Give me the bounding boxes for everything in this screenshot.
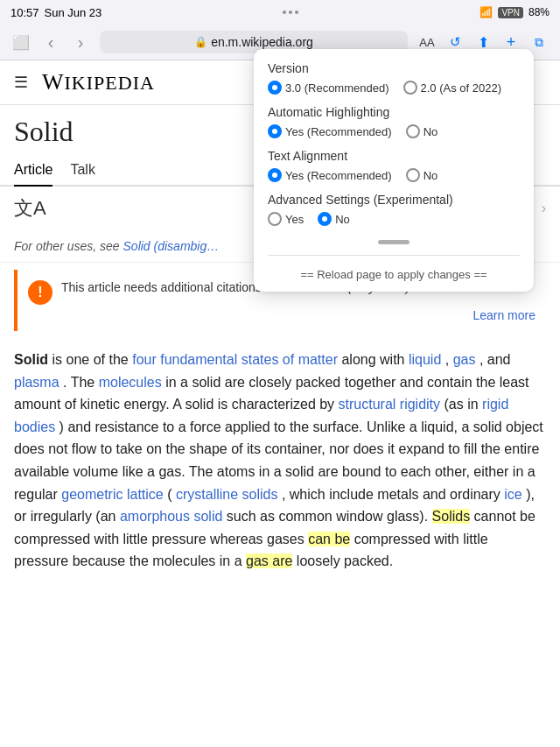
wifi-icon: 📶 (480, 6, 493, 18)
disambig-link[interactable]: Solid (disambig… (123, 239, 220, 253)
date: Sun Jun 23 (45, 6, 102, 19)
lock-icon: 🔒 (194, 36, 207, 48)
forward-button[interactable]: › (68, 30, 93, 54)
three-dots (277, 4, 304, 21)
logo-text: WIKIPEDIA (42, 69, 155, 95)
popup-advanced-section: Advanced Settings (Experimental) Yes No (268, 193, 520, 226)
textalign-no-label: No (424, 169, 438, 182)
advanced-yes-option[interactable]: Yes (268, 212, 304, 226)
popup-version-section: Version 3.0 (Recommended) 2.0 (As of 202… (268, 61, 520, 95)
para1-paren1: ( (167, 487, 172, 502)
popup-advanced-options: Yes No (268, 212, 520, 226)
link-geometric-lattice[interactable]: geometric lattice (61, 487, 164, 502)
battery: 88% (528, 6, 550, 18)
radio-20-empty (403, 81, 417, 95)
wikipedia-logo: WIKIPEDIA (42, 69, 155, 95)
url-text: en.m.wikipedia.org (211, 35, 313, 49)
browser-controls: ⬜ ‹ › (9, 30, 93, 54)
popup-autohighlight-options: Yes (Recommended) No (268, 124, 520, 138)
link-plasma[interactable]: plasma (14, 375, 60, 390)
square-icon[interactable]: ⬜ (9, 30, 33, 54)
vpn-badge: VPN (498, 7, 523, 18)
para1-asin: (as in (444, 397, 483, 412)
autohighlight-no-label: No (424, 125, 438, 138)
para1-along: along with (341, 352, 409, 367)
scroll-dot (378, 240, 410, 244)
tab-talk[interactable]: Talk (70, 155, 94, 185)
textalign-yes-option[interactable]: Yes (Recommended) (268, 168, 392, 182)
highlight-canbe: can be (308, 532, 350, 546)
radio-adv-yes (268, 212, 282, 226)
tab-article[interactable]: Article (14, 155, 52, 185)
status-bar: 10:57 Sun Jun 23 📶 VPN 88% (0, 0, 560, 25)
para1-comma2: , and (480, 352, 511, 367)
radio-30-filled (268, 81, 282, 95)
para1-the: . The (63, 375, 99, 390)
warning-icon: ! (28, 280, 52, 305)
autohighlight-yes-label: Yes (Recommended) (285, 125, 392, 138)
highlight-gasare: gas are (246, 553, 292, 568)
radio-ta-yes (268, 168, 282, 182)
disambig-prefix: For other uses, see (14, 239, 123, 253)
popup-autohighlight-section: Automatic Highlighting Yes (Recommended)… (268, 105, 520, 138)
radio-ahl-yes (268, 124, 282, 138)
advanced-no-label: No (335, 213, 350, 226)
para1-pre: is one of the (52, 352, 133, 367)
link-molecules[interactable]: molecules (99, 375, 162, 390)
autohighlight-yes-option[interactable]: Yes (Recommended) (268, 124, 392, 138)
popup-divider (268, 255, 520, 256)
link-crystalline-solids[interactable]: crystalline solids (176, 487, 277, 502)
popup-reload-text: == Reload page to apply changes == (268, 263, 520, 283)
para1-metals: , which include metals and ordinary (282, 487, 504, 502)
link-amorphous-solid[interactable]: amorphous solid (120, 509, 222, 524)
link-structural-rigidity[interactable]: structural rigidity (339, 397, 440, 412)
advanced-no-option[interactable]: No (318, 212, 350, 226)
advanced-yes-label: Yes (285, 213, 304, 226)
popup-version-options: 3.0 (Recommended) 2.0 (As of 2022) (268, 81, 520, 95)
version-30-label: 3.0 (Recommended) (285, 81, 389, 95)
autohighlight-no-option[interactable]: No (406, 124, 438, 138)
version-30-option[interactable]: 3.0 (Recommended) (268, 81, 389, 95)
bold-solid: Solid (14, 352, 48, 367)
textalign-yes-label: Yes (Recommended) (285, 169, 392, 182)
radio-ahl-no (406, 124, 420, 138)
intro-paragraph: Solid is one of the four fundamental sta… (14, 349, 546, 573)
popup-advanced-label: Advanced Settings (Experimental) (268, 193, 520, 207)
language-arrow: › (542, 201, 546, 216)
time: 10:57 (10, 6, 39, 19)
popup-textalign-options: Yes (Recommended) No (268, 168, 520, 182)
version-20-option[interactable]: 2.0 (As of 2022) (403, 81, 502, 95)
popup-overlay: Version 3.0 (Recommended) 2.0 (As of 202… (254, 49, 534, 292)
main-content: Solid is one of the four fundamental sta… (0, 338, 560, 594)
link-ice[interactable]: ice (504, 487, 522, 502)
highlight-solids: Solids (432, 509, 471, 524)
popup-textalign-section: Text Alignment Yes (Recommended) No (268, 149, 520, 182)
back-button[interactable]: ‹ (38, 30, 63, 54)
popup-autohighlight-label: Automatic Highlighting (268, 105, 520, 119)
link-liquid[interactable]: liquid (409, 352, 441, 367)
popup-scroll-indicator (268, 236, 520, 248)
textalign-no-option[interactable]: No (406, 168, 438, 182)
radio-adv-no (318, 212, 332, 226)
version-20-label: 2.0 (As of 2022) (421, 81, 502, 95)
hamburger-menu[interactable]: ☰ (14, 73, 28, 92)
popup-version-label: Version (268, 61, 520, 75)
link-four-fundamental[interactable]: four fundamental states of matter (132, 352, 338, 367)
popup-textalign-label: Text Alignment (268, 149, 520, 163)
status-right: 📶 VPN 88% (480, 6, 550, 18)
para1-comma1: , (445, 352, 453, 367)
status-left: 10:57 Sun Jun 23 (10, 6, 102, 19)
link-gas[interactable]: gas (453, 352, 476, 367)
radio-ta-no (406, 168, 420, 182)
learn-more-link[interactable]: Learn more (28, 308, 536, 322)
translate-icon[interactable]: 文A (14, 195, 46, 222)
